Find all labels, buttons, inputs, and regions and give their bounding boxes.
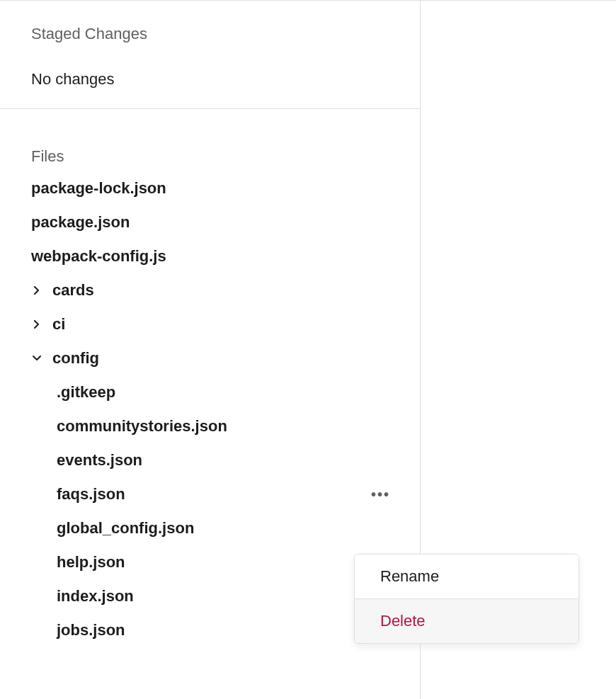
- file-item-package-json[interactable]: package.json: [31, 205, 389, 239]
- file-label: index.json: [57, 587, 134, 606]
- folder-label: config: [52, 349, 99, 368]
- folder-label: cards: [52, 281, 94, 300]
- file-item-global-config[interactable]: global_config.json: [31, 511, 389, 545]
- file-label: package.json: [31, 213, 130, 232]
- file-item-jobs[interactable]: jobs.json: [31, 613, 389, 647]
- file-label: communitystories.json: [57, 417, 227, 436]
- file-label: webpack-config.js: [31, 247, 166, 266]
- file-label: jobs.json: [57, 621, 125, 640]
- file-label: .gitkeep: [57, 383, 115, 402]
- file-label: global_config.json: [57, 519, 194, 538]
- file-item-faqs[interactable]: faqs.json •••: [31, 477, 389, 511]
- files-header: Files: [0, 109, 420, 171]
- folder-label: ci: [52, 315, 65, 334]
- file-label: package-lock.json: [31, 179, 166, 198]
- file-label: events.json: [57, 451, 142, 470]
- staged-changes-empty: No changes: [0, 43, 420, 108]
- staged-changes-header: Staged Changes: [0, 1, 420, 43]
- menu-item-rename[interactable]: Rename: [355, 555, 578, 598]
- file-item-index[interactable]: index.json: [31, 579, 389, 613]
- file-item-gitkeep[interactable]: .gitkeep: [31, 375, 389, 409]
- folder-item-ci[interactable]: ci: [31, 307, 389, 341]
- chevron-right-icon: [31, 285, 42, 296]
- context-menu: Rename Delete: [354, 554, 579, 644]
- file-item-communitystories[interactable]: communitystories.json: [31, 409, 389, 443]
- folder-item-config[interactable]: config: [31, 341, 389, 375]
- file-label: faqs.json: [57, 485, 125, 504]
- file-label: help.json: [57, 553, 125, 572]
- chevron-right-icon: [31, 319, 42, 330]
- more-options-icon[interactable]: •••: [368, 484, 393, 506]
- chevron-down-icon: [31, 353, 42, 364]
- file-item-webpack-config[interactable]: webpack-config.js: [31, 239, 389, 273]
- file-item-events[interactable]: events.json: [31, 443, 389, 477]
- staged-changes-section: Staged Changes No changes: [0, 1, 420, 108]
- file-item-package-lock[interactable]: package-lock.json: [31, 171, 389, 205]
- folder-item-cards[interactable]: cards: [31, 273, 389, 307]
- menu-item-delete[interactable]: Delete: [355, 599, 578, 643]
- file-item-help[interactable]: help.json: [31, 545, 389, 579]
